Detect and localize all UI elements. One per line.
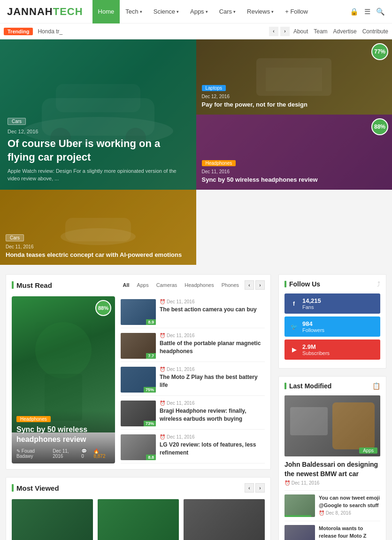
most-viewed-section: Most Viewed ‹ › ⏰ Dec 12, 2016 [6,477,271,540]
trending-next[interactable]: › [280,27,290,36]
list-item[interactable]: 75% ⏰ Dec 11, 2016 The Moto Z Play has t… [121,364,265,396]
hero-top-right[interactable]: 77% Laptops Dec 12, 2016 Pay for the pow… [196,39,392,115]
list-info: ⏰ Dec 11, 2016 LG V20 review: lots of fe… [160,434,265,457]
filter-all[interactable]: All [121,281,131,289]
trending-prev[interactable]: ‹ [269,27,278,36]
featured-author: ✎ Fouad Badawy [16,448,49,459]
hero-main-title: Of course Uber is working on a flying ca… [8,137,189,164]
must-read-layout: 88% Headphones Sync by 50 wireless headp… [12,296,265,463]
must-read-prev[interactable]: ‹ [245,280,254,290]
chevron-down-icon: ▾ [271,9,274,14]
lock-icon[interactable]: 🔒 [350,8,359,16]
thumb-score: 7.7 [146,353,156,359]
nav-reviews[interactable]: Reviews ▾ [241,0,279,23]
facebook-button[interactable]: f 14,215 Fans [284,293,380,314]
hero-main-badge: Cars [8,118,26,125]
lm-main-image[interactable]: Apps [284,395,380,456]
contribute-link[interactable]: Contribute [362,28,388,35]
nav-home[interactable]: Home [92,0,120,23]
lm-header: Last Modified 📋 [284,382,380,390]
must-read-title: Must Read [12,281,52,289]
mv-item[interactable]: ⏰ Dec 12, 2016 💬 0 🔥 10,717 Of course Ub… [12,499,93,540]
mv-image: 88% [98,499,179,540]
site-logo[interactable]: JANNAHTECH [7,6,83,18]
lm-main-title[interactable]: John Baldessari on designing the newest … [284,460,380,478]
featured-content: Headphones Sync by 50 wireless headphone… [12,410,115,463]
list-thumb: 8.9 [121,299,156,325]
clock-icon: ⏰ [160,299,165,304]
lm-title: Last Modified [284,382,331,390]
filter-headphones[interactable]: Headphones [183,281,215,289]
list-item[interactable]: 8.8 ⏰ Dec 11, 2016 LG V20 review: lots o… [121,432,265,463]
nav-science[interactable]: Science ▾ [148,0,184,23]
featured-date: Dec 11, 2016 [53,448,77,459]
lm-list-item[interactable]: You can now tweet emoji @Google to searc… [284,490,380,521]
list-thumb: 73% [121,401,156,426]
list-title: The best action camera you can buy [160,306,265,314]
list-date: ⏰ Dec 11, 2016 [160,299,265,304]
featured-score: 88% [95,300,111,316]
hero-main[interactable]: Cars Dec 12, 2016 Of course Uber is work… [0,39,196,190]
search-icon[interactable]: 🔍 [376,8,385,16]
trending-label: Trending [4,28,33,35]
filter-apps[interactable]: Apps [135,281,151,289]
list-date: ⏰ Dec 11, 2016 [160,434,265,440]
list-info: ⏰ Dec 11, 2016 Battle of the portable pl… [160,333,265,355]
filter-phones[interactable]: Phones [220,281,241,289]
mv-image: 77% [184,499,265,540]
facebook-icon: f [289,301,299,307]
most-viewed-title: Most Viewed [12,484,59,492]
hero-bottom-right[interactable]: Cars Dec 11, 2016 Honda teases electric … [0,190,196,265]
youtube-button[interactable]: ▶ 2.9M Subscribers [284,339,380,360]
list-item[interactable]: 8.9 ⏰ Dec 11, 2016 The best action camer… [121,296,265,328]
hero-br-title: Honda teases electric concept car with A… [6,251,191,259]
twitter-info: 984 Followers [302,320,324,333]
twitter-button[interactable]: 🐦 984 Followers [284,316,380,337]
lm-list-item[interactable]: Motorola wants to release four Moto Z Mo… [284,521,380,540]
thumb-score: 8.9 [146,319,156,325]
clock-icon: ⏰ [160,434,165,440]
follow-us-box: Follow Us ⤴ f 14,215 Fans 🐦 984 Follower… [278,274,386,369]
svg-rect-2 [56,84,140,112]
trending-bar: Trending Honda tr_ ‹ › About Team Advert… [0,23,392,39]
list-item[interactable]: 7.7 ⏰ Dec 11, 2016 Battle of the portabl… [121,330,265,362]
advertise-link[interactable]: Advertise [333,28,357,35]
nav-follow[interactable]: + Follow [279,0,314,23]
most-viewed-prev[interactable]: ‹ [245,483,254,493]
rss-icon: 📋 [372,382,380,390]
list-info: ⏰ Dec 11, 2016 The best action camera yo… [160,299,265,314]
lm-thumb [284,525,315,540]
hero-main-content: Cars Dec 12, 2016 Of course Uber is work… [0,110,196,190]
hero-main-desc: Apple Watch review: Design For a slightl… [8,168,189,182]
hero-tr-date: Dec 12, 2016 [202,94,387,99]
list-item[interactable]: 73% ⏰ Dec 11, 2016 Bragi Headphone revie… [121,398,265,430]
fire-icon: 🔥 8,872 [93,448,110,459]
lm-item-info: Motorola wants to release four Moto Z Mo… [319,525,380,540]
must-read-featured[interactable]: 88% Headphones Sync by 50 wireless headp… [12,296,115,463]
nav-tech[interactable]: Tech ▾ [120,0,147,23]
clock-icon: ⏰ [319,510,324,516]
most-viewed-nav: ‹ › [245,483,265,493]
right-column: Follow Us ⤴ f 14,215 Fans 🐦 984 Follower… [278,274,386,540]
youtube-info: 2.9M Subscribers [302,343,330,356]
menu-icon[interactable]: ☰ [364,8,370,16]
svg-rect-11 [290,407,328,435]
hero-br-content: Cars Dec 11, 2016 Honda teases electric … [0,228,196,265]
lm-thumb [284,494,315,517]
list-date: ⏰ Dec 11, 2016 [160,401,265,406]
mv-item[interactable]: 88% ⏰ Dec 11, 2016 💬 0 🔥 8,872 Sync by 5… [98,499,179,540]
nav-cars[interactable]: Cars ▾ [214,0,241,23]
hero-top-right-score: 77% [371,43,388,60]
twitter-icon: 🐦 [289,324,299,330]
nav-apps[interactable]: Apps ▾ [184,0,214,23]
left-column: Must Read All Apps Cameras Headphones Ph… [6,274,271,540]
hero-top-right-content: Laptops Dec 12, 2016 Pay for the power, … [196,78,392,115]
most-viewed-next[interactable]: › [255,483,265,493]
clock-icon: ⏰ [160,333,165,338]
team-link[interactable]: Team [314,28,327,35]
filter-cameras[interactable]: Cameras [154,281,179,289]
about-link[interactable]: About [293,28,308,35]
hero-bottom-left[interactable]: 88% Headphones Dec 11, 2016 Sync by 50 w… [196,115,392,190]
must-read-next[interactable]: › [255,280,265,290]
mv-item[interactable]: 77% ⏰ Dec 12, 2016 💬 0 🔥 5,102 Pay for t… [184,499,265,540]
